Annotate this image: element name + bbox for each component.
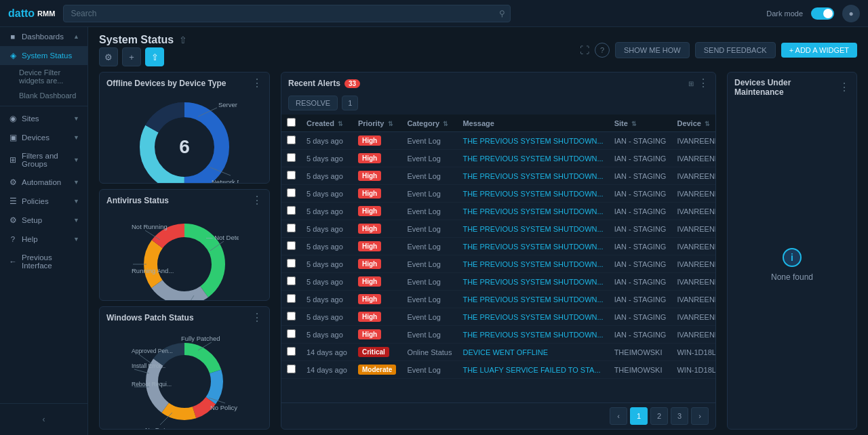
show-me-how-button[interactable]: SHOW ME HOW bbox=[615, 42, 690, 58]
add-widget-button[interactable]: + ADD A WIDGET bbox=[781, 43, 857, 58]
maintenance-widget-menu[interactable]: ⋮ bbox=[839, 82, 850, 93]
expand-icon[interactable]: ⛶ bbox=[580, 45, 589, 56]
page-1-button[interactable]: 1 bbox=[630, 407, 648, 425]
alerts-menu-btn[interactable]: ⋮ bbox=[698, 78, 709, 89]
row-message[interactable]: THE PREVIOUS SYSTEM SHUTDOWN... bbox=[457, 150, 608, 167]
table-row: 5 days ago High Event Log THE PREVIOUS S… bbox=[281, 167, 715, 185]
chevron-up-icon: ▲ bbox=[73, 33, 79, 40]
row-priority: Moderate bbox=[353, 361, 401, 379]
row-message[interactable]: THE PREVIOUS SYSTEM SHUTDOWN... bbox=[457, 220, 608, 238]
sidebar-item-filters[interactable]: ⊞ Filters and Groups ▼ bbox=[0, 147, 87, 173]
row-category: Event Log bbox=[401, 238, 457, 255]
sidebar-item-setup[interactable]: ⚙ Setup ▼ bbox=[0, 211, 87, 230]
chevron-down-icon-3: ▼ bbox=[73, 157, 79, 163]
row-checkbox[interactable] bbox=[287, 259, 296, 268]
user-icon[interactable]: ● bbox=[842, 5, 860, 22]
share-button[interactable]: ⇧ bbox=[145, 47, 164, 66]
row-checkbox[interactable] bbox=[287, 171, 296, 180]
send-feedback-button[interactable]: SEND FEEDBACK bbox=[695, 42, 776, 58]
row-checkbox[interactable] bbox=[287, 153, 296, 162]
row-checkbox-cell bbox=[281, 273, 301, 291]
th-site[interactable]: Site ⇅ bbox=[609, 115, 672, 132]
th-message[interactable]: Message bbox=[457, 115, 608, 132]
logo-datto: datto bbox=[8, 7, 35, 20]
sidebar-item-automation[interactable]: ⚙ Automation ▼ bbox=[0, 173, 87, 192]
row-message[interactable]: THE LUAFY SERVICE FAILED TO STA... bbox=[457, 361, 608, 379]
row-message[interactable]: THE PREVIOUS SYSTEM SHUTDOWN... bbox=[457, 273, 608, 291]
row-message[interactable]: THE PREVIOUS SYSTEM SHUTDOWN... bbox=[457, 185, 608, 203]
row-created: 5 days ago bbox=[301, 273, 353, 291]
row-message[interactable]: THE PREVIOUS SYSTEM SHUTDOWN... bbox=[457, 203, 608, 220]
setup-icon: ⚙ bbox=[8, 215, 18, 225]
row-checkbox[interactable] bbox=[287, 347, 296, 356]
row-checkbox-cell bbox=[281, 185, 301, 203]
offline-widget-menu[interactable]: ⋮ bbox=[252, 78, 262, 89]
sidebar-collapse-button[interactable]: ‹ bbox=[0, 409, 87, 430]
row-checkbox[interactable] bbox=[287, 136, 296, 144]
sidebar-item-sites[interactable]: ◉ Sites ▼ bbox=[0, 109, 87, 128]
sidebar-item-dashboards[interactable]: ■ Dashboards ▲ bbox=[0, 27, 87, 46]
row-checkbox[interactable] bbox=[287, 312, 296, 320]
row-message[interactable]: THE PREVIOUS SYSTEM SHUTDOWN... bbox=[457, 255, 608, 273]
settings-button[interactable]: ⚙ bbox=[99, 47, 118, 66]
antivirus-widget: Antivirus Status ⋮ Not Running bbox=[99, 189, 270, 301]
sidebar-item-system-status[interactable]: ◈ System Status bbox=[0, 46, 87, 65]
alerts-header: Recent Alerts 33 ⊞ ⋮ bbox=[281, 72, 715, 93]
row-category: Event Log bbox=[401, 203, 457, 220]
help-circle-icon[interactable]: ? bbox=[595, 43, 610, 58]
priority-badge: High bbox=[358, 224, 381, 234]
patch-widget-menu[interactable]: ⋮ bbox=[252, 312, 262, 323]
pagination: ‹ 1 2 3 › bbox=[281, 402, 715, 429]
row-created: 5 days ago bbox=[301, 185, 353, 203]
search-input[interactable] bbox=[63, 5, 511, 22]
sidebar-item-previous[interactable]: ← Previous Interface bbox=[0, 249, 87, 274]
th-priority[interactable]: Priority ⇅ bbox=[353, 115, 401, 132]
row-checkbox[interactable] bbox=[287, 188, 296, 197]
row-checkbox[interactable] bbox=[287, 224, 296, 232]
svg-line-30 bbox=[134, 369, 149, 373]
page-3-button[interactable]: 3 bbox=[671, 407, 688, 425]
sidebar-item-policies[interactable]: ☰ Policies ▼ bbox=[0, 192, 87, 211]
table-row: 5 days ago High Event Log THE PREVIOUS S… bbox=[281, 291, 715, 308]
count-button[interactable]: 1 bbox=[342, 96, 358, 110]
sidebar-filters-label: Filters and Groups bbox=[22, 152, 69, 168]
row-message[interactable]: THE PREVIOUS SYSTEM SHUTDOWN... bbox=[457, 167, 608, 185]
row-priority: High bbox=[353, 132, 401, 150]
row-checkbox[interactable] bbox=[287, 294, 296, 303]
table-row: 5 days ago High Event Log THE PREVIOUS S… bbox=[281, 203, 715, 220]
row-device: IVANREENEN-TEST bbox=[671, 203, 715, 220]
row-checkbox[interactable] bbox=[287, 241, 296, 250]
th-category[interactable]: Category ⇅ bbox=[401, 115, 457, 132]
row-checkbox[interactable] bbox=[287, 365, 296, 373]
add-widget-small-button[interactable]: + bbox=[122, 47, 141, 66]
sidebar-blank-dashboard[interactable]: Blank Dashboard bbox=[0, 88, 87, 103]
next-page-button[interactable]: › bbox=[691, 407, 709, 425]
row-message[interactable]: THE PREVIOUS SYSTEM SHUTDOWN... bbox=[457, 326, 608, 344]
sidebar-device-filter[interactable]: Device Filter widgets are... bbox=[0, 65, 87, 88]
prev-page-button[interactable]: ‹ bbox=[610, 407, 627, 425]
row-checkbox[interactable] bbox=[287, 206, 296, 215]
share-icon[interactable]: ⇧ bbox=[179, 35, 187, 45]
alerts-grid-icon[interactable]: ⊞ bbox=[688, 80, 694, 87]
th-created[interactable]: Created ⇅ bbox=[301, 115, 353, 132]
row-message[interactable]: THE PREVIOUS SYSTEM SHUTDOWN... bbox=[457, 308, 608, 326]
row-message[interactable]: THE PREVIOUS SYSTEM SHUTDOWN... bbox=[457, 132, 608, 150]
dark-mode-toggle[interactable] bbox=[811, 7, 834, 20]
priority-badge: High bbox=[358, 206, 381, 216]
row-checkbox[interactable] bbox=[287, 329, 296, 338]
antivirus-widget-menu[interactable]: ⋮ bbox=[252, 195, 262, 206]
sidebar-item-devices[interactable]: ▣ Devices ▼ bbox=[0, 128, 87, 147]
sidebar-item-help[interactable]: ? Help ▼ bbox=[0, 230, 87, 249]
row-checkbox[interactable] bbox=[287, 276, 296, 285]
row-site: IAN - STAGING bbox=[609, 273, 672, 291]
page-title: System Status bbox=[99, 34, 174, 46]
th-device[interactable]: Device ⇅ bbox=[671, 115, 715, 132]
row-message[interactable]: DEVICE WENT OFFLINE bbox=[457, 344, 608, 361]
chevron-down-icon-6: ▼ bbox=[73, 217, 79, 224]
page-2-button[interactable]: 2 bbox=[650, 407, 668, 425]
row-message[interactable]: THE PREVIOUS SYSTEM SHUTDOWN... bbox=[457, 291, 608, 308]
row-message[interactable]: THE PREVIOUS SYSTEM SHUTDOWN... bbox=[457, 238, 608, 255]
select-all-checkbox[interactable] bbox=[287, 118, 296, 127]
offline-donut-wrap: Server Network Devices 6 bbox=[130, 93, 239, 184]
resolve-button[interactable]: RESOLVE bbox=[288, 96, 338, 110]
